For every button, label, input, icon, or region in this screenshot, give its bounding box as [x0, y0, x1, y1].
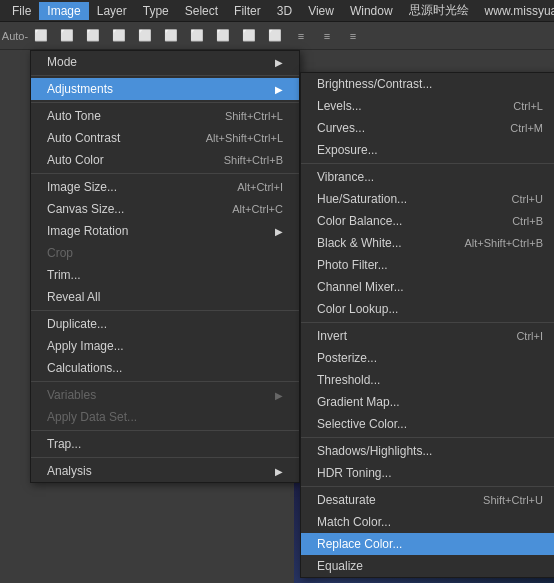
menu-item-reveal-all[interactable]: Reveal All [31, 286, 299, 308]
menu-item-auto-contrast[interactable]: Auto Contrast Alt+Shift+Ctrl+L [31, 127, 299, 149]
menu-item-hdr-toning[interactable]: HDR Toning... [301, 462, 554, 484]
separator-2 [31, 102, 299, 103]
separator-1 [31, 75, 299, 76]
separator-6 [31, 430, 299, 431]
menu-image[interactable]: Image [39, 2, 88, 20]
toolbar-icon-align3[interactable]: ≡ [342, 25, 364, 47]
separator-5 [31, 381, 299, 382]
menu-item-posterize[interactable]: Posterize... [301, 347, 554, 369]
menu-item-invert[interactable]: Invert Ctrl+I [301, 325, 554, 347]
menu-item-exposure[interactable]: Exposure... [301, 139, 554, 161]
menu-item-brightness-contrast[interactable]: Brightness/Contrast... [301, 73, 554, 95]
toolbar-icon-1[interactable]: ⬜ [30, 25, 52, 47]
menu-item-hue-saturation[interactable]: Hue/Saturation... Ctrl+U [301, 188, 554, 210]
toolbar-icon-5[interactable]: ⬜ [134, 25, 156, 47]
menu-file[interactable]: File [4, 2, 39, 20]
menu-item-selective-color[interactable]: Selective Color... [301, 413, 554, 435]
toolbar-auto-label: Auto- [4, 25, 26, 47]
menu-item-black-white[interactable]: Black & White... Alt+Shift+Ctrl+B [301, 232, 554, 254]
menu-item-image-rotation[interactable]: Image Rotation ▶ [31, 220, 299, 242]
menu-bar: File Image Layer Type Select Filter 3D V… [0, 0, 554, 22]
menu-item-color-lookup[interactable]: Color Lookup... [301, 298, 554, 320]
menu-item-match-color[interactable]: Match Color... [301, 511, 554, 533]
toolbar-icon-3[interactable]: ⬜ [82, 25, 104, 47]
toolbar-icon-align2[interactable]: ≡ [316, 25, 338, 47]
toolbar-icon-6[interactable]: ⬜ [160, 25, 182, 47]
menu-item-curves[interactable]: Curves... Ctrl+M [301, 117, 554, 139]
menu-select[interactable]: Select [177, 2, 226, 20]
menu-item-photo-filter[interactable]: Photo Filter... [301, 254, 554, 276]
toolbar-icon-7[interactable]: ⬜ [186, 25, 208, 47]
menu-item-channel-mixer[interactable]: Channel Mixer... [301, 276, 554, 298]
submenu-arrow-adjustments: ▶ [275, 84, 283, 95]
separator-r3 [301, 437, 554, 438]
separator-3 [31, 173, 299, 174]
menu-type[interactable]: Type [135, 2, 177, 20]
separator-4 [31, 310, 299, 311]
menu-item-image-size[interactable]: Image Size... Alt+Ctrl+I [31, 176, 299, 198]
toolbar-icon-8[interactable]: ⬜ [212, 25, 234, 47]
menu-item-crop: Crop [31, 242, 299, 264]
menu-view[interactable]: View [300, 2, 342, 20]
menu-item-levels[interactable]: Levels... Ctrl+L [301, 95, 554, 117]
separator-r1 [301, 163, 554, 164]
menu-filter[interactable]: Filter [226, 2, 269, 20]
submenu-arrow-variables: ▶ [275, 390, 283, 401]
menu-window[interactable]: Window [342, 2, 401, 20]
separator-r4 [301, 486, 554, 487]
menu-item-shadows-highlights[interactable]: Shadows/Highlights... [301, 440, 554, 462]
menu-item-auto-tone[interactable]: Auto Tone Shift+Ctrl+L [31, 105, 299, 127]
menu-item-trim[interactable]: Trim... [31, 264, 299, 286]
toolbar-icon-9[interactable]: ⬜ [238, 25, 260, 47]
menu-item-replace-color[interactable]: Replace Color... [301, 533, 554, 555]
menu-item-trap[interactable]: Trap... [31, 433, 299, 455]
menu-missyuan[interactable]: www.missyuan.com [477, 2, 554, 20]
menu-layer[interactable]: Layer [89, 2, 135, 20]
menu-3d[interactable]: 3D [269, 2, 300, 20]
toolbar-icon-align1[interactable]: ≡ [290, 25, 312, 47]
adjustments-submenu-dropdown: Brightness/Contrast... Levels... Ctrl+L … [300, 72, 554, 578]
menu-item-apply-data-set: Apply Data Set... [31, 406, 299, 428]
toolbar-icon-10[interactable]: ⬜ [264, 25, 286, 47]
toolbar-icon-2[interactable]: ⬜ [56, 25, 78, 47]
menu-item-gradient-map[interactable]: Gradient Map... [301, 391, 554, 413]
submenu-arrow-mode: ▶ [275, 57, 283, 68]
menu-siyuan[interactable]: 思源时光绘 [401, 0, 477, 21]
main-content: Mode ▶ Adjustments ▶ Auto Tone Shift+Ctr… [0, 50, 554, 583]
menu-item-vibrance[interactable]: Vibrance... [301, 166, 554, 188]
submenu-arrow-rotation: ▶ [275, 226, 283, 237]
toolbar-icon-4[interactable]: ⬜ [108, 25, 130, 47]
separator-7 [31, 457, 299, 458]
menu-item-color-balance[interactable]: Color Balance... Ctrl+B [301, 210, 554, 232]
menu-item-apply-image[interactable]: Apply Image... [31, 335, 299, 357]
menu-item-variables: Variables ▶ [31, 384, 299, 406]
menu-item-desaturate[interactable]: Desaturate Shift+Ctrl+U [301, 489, 554, 511]
menu-item-auto-color[interactable]: Auto Color Shift+Ctrl+B [31, 149, 299, 171]
menu-item-analysis[interactable]: Analysis ▶ [31, 460, 299, 482]
toolbar: Auto- ⬜ ⬜ ⬜ ⬜ ⬜ ⬜ ⬜ ⬜ ⬜ ⬜ ≡ ≡ ≡ [0, 22, 554, 50]
submenu-arrow-analysis: ▶ [275, 466, 283, 477]
menu-item-adjustments[interactable]: Adjustments ▶ [31, 78, 299, 100]
separator-r2 [301, 322, 554, 323]
image-menu-dropdown: Mode ▶ Adjustments ▶ Auto Tone Shift+Ctr… [30, 50, 300, 483]
menu-item-mode[interactable]: Mode ▶ [31, 51, 299, 73]
menu-item-calculations[interactable]: Calculations... [31, 357, 299, 379]
menu-item-canvas-size[interactable]: Canvas Size... Alt+Ctrl+C [31, 198, 299, 220]
menu-item-equalize[interactable]: Equalize [301, 555, 554, 577]
menu-item-duplicate[interactable]: Duplicate... [31, 313, 299, 335]
menu-item-threshold[interactable]: Threshold... [301, 369, 554, 391]
